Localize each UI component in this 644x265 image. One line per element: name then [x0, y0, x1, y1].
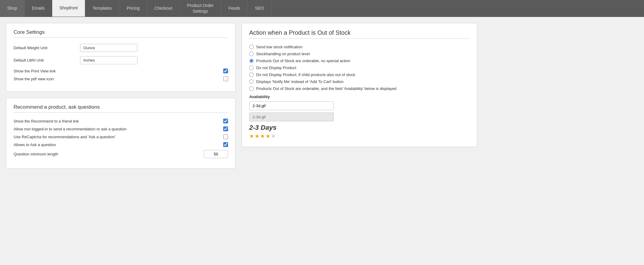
nav-tab-templates[interactable]: Templates: [85, 0, 119, 17]
left-panel: Core Settings Default Weight Unit Defaul…: [6, 23, 236, 259]
content-area: Core Settings Default Weight Unit Defaul…: [0, 17, 644, 265]
core-settings-card: Core Settings Default Weight Unit Defaul…: [6, 23, 236, 92]
radio-notify-me: Displays 'Notify Me' instead of 'Add To …: [249, 79, 470, 84]
nav-tab-shopfront[interactable]: Shopfront: [52, 0, 85, 17]
star-5: ★: [271, 133, 276, 139]
star-3: ★: [260, 133, 265, 139]
radio-notify-me-input[interactable]: [249, 79, 254, 84]
nav-tab-emails[interactable]: Emails: [25, 0, 52, 17]
radio-orderable-no-action-label: Products Out of Stock are orderable, no …: [256, 59, 350, 63]
default-lwh-unit-input[interactable]: [80, 56, 137, 64]
radio-orderable-availability: Products Out of Stock are orderable, and…: [249, 86, 470, 91]
question-min-length-input[interactable]: [204, 150, 228, 158]
show-print-view-row: Show the Print View link: [14, 69, 228, 73]
radio-orderable-no-action-input[interactable]: [249, 59, 254, 63]
allows-ask-checkbox[interactable]: [223, 142, 228, 147]
radio-orderable-availability-label: Products Out of Stock are orderable, and…: [256, 86, 396, 91]
radio-do-not-display-input[interactable]: [249, 65, 254, 70]
nav-tab-shop[interactable]: Shop: [0, 0, 25, 17]
default-weight-unit-row: Default Weight Unit: [14, 44, 228, 52]
main-nav: Shop Emails Shopfront Templates Pricing …: [0, 0, 644, 17]
radio-low-stock-label: Send low stock notification: [256, 45, 302, 49]
question-min-length-row: Question minimum length: [14, 150, 228, 158]
nav-tab-seo[interactable]: SEO: [248, 0, 272, 17]
show-pdf-view-label: Show the pdf view icon: [14, 77, 223, 81]
nav-tab-checkout[interactable]: Checkout: [147, 0, 180, 17]
availability-input-2[interactable]: [249, 113, 334, 121]
star-1: ★: [249, 133, 254, 139]
radio-stockhandling: Stockhandling on product level: [249, 52, 470, 56]
allow-non-logged-checkbox[interactable]: [223, 126, 228, 131]
stars-rating: ★ ★ ★ ★ ★: [249, 133, 470, 139]
right-panel: Action when a Product is Out of Stock Se…: [242, 23, 477, 259]
show-recommend-label: Show the Recommend to a friend link: [14, 119, 223, 123]
show-recommend-checkbox[interactable]: [223, 119, 228, 123]
availability-label: Availability: [249, 94, 470, 99]
star-4: ★: [266, 133, 270, 139]
radio-stockhandling-input[interactable]: [249, 52, 254, 56]
core-settings-title: Core Settings: [14, 29, 228, 38]
out-of-stock-title: Action when a Product is Out of Stock: [249, 29, 470, 39]
default-weight-unit-label: Default Weight Unit: [14, 46, 80, 50]
show-pdf-view-row: Show the pdf view icon: [14, 76, 228, 81]
default-lwh-unit-row: Default LWH Unit: [14, 56, 228, 64]
availability-input-1[interactable]: [249, 101, 334, 110]
recommend-title: Recommend a product, ask questions: [14, 104, 228, 113]
radio-orderable-no-action: Products Out of Stock are orderable, no …: [249, 59, 470, 63]
radio-low-stock-input[interactable]: [249, 45, 254, 49]
default-weight-unit-input[interactable]: [80, 44, 137, 52]
radio-do-not-display: Do not Display Product: [249, 65, 470, 70]
allow-non-logged-label: Allow non logged-in to send a recommenda…: [14, 127, 223, 131]
allows-ask-row: Allows to Ask a question: [14, 142, 228, 147]
use-recaptcha-row: Use ReCaptcha for recommendations and 'A…: [14, 134, 228, 139]
show-print-view-checkbox[interactable]: [223, 69, 228, 73]
show-recommend-row: Show the Recommend to a friend link: [14, 119, 228, 123]
allow-non-logged-row: Allow non logged-in to send a recommenda…: [14, 126, 228, 131]
radio-do-not-display-label: Do not Display Product: [256, 65, 296, 70]
radio-do-not-display-child-input[interactable]: [249, 72, 254, 77]
show-pdf-view-checkbox[interactable]: [223, 76, 228, 81]
radio-do-not-display-child-label: Do not Display Product, if child product…: [256, 72, 355, 77]
radio-stockhandling-label: Stockhandling on product level: [256, 52, 310, 56]
radio-low-stock: Send low stock notification: [249, 45, 470, 49]
allows-ask-label: Allows to Ask a question: [14, 142, 223, 147]
days-text: 2-3 Days: [249, 124, 470, 132]
radio-orderable-availability-input[interactable]: [249, 86, 254, 91]
nav-tab-feeds[interactable]: Feeds: [221, 0, 248, 17]
use-recaptcha-checkbox[interactable]: [223, 134, 228, 139]
use-recaptcha-label: Use ReCaptcha for recommendations and 'A…: [14, 135, 223, 139]
nav-tab-product-order-settings[interactable]: Product OrderSettings: [180, 0, 221, 17]
radio-notify-me-label: Displays 'Notify Me' instead of 'Add To …: [256, 79, 343, 84]
recommend-card: Recommend a product, ask questions Show …: [6, 98, 236, 169]
default-lwh-unit-label: Default LWH Unit: [14, 58, 80, 62]
question-min-length-label: Question minimum length: [14, 152, 204, 156]
nav-tab-pricing[interactable]: Pricing: [119, 0, 147, 17]
star-2: ★: [255, 133, 259, 139]
show-print-view-label: Show the Print View link: [14, 69, 223, 73]
radio-do-not-display-child: Do not Display Product, if child product…: [249, 72, 470, 77]
out-of-stock-card: Action when a Product is Out of Stock Se…: [242, 23, 477, 147]
